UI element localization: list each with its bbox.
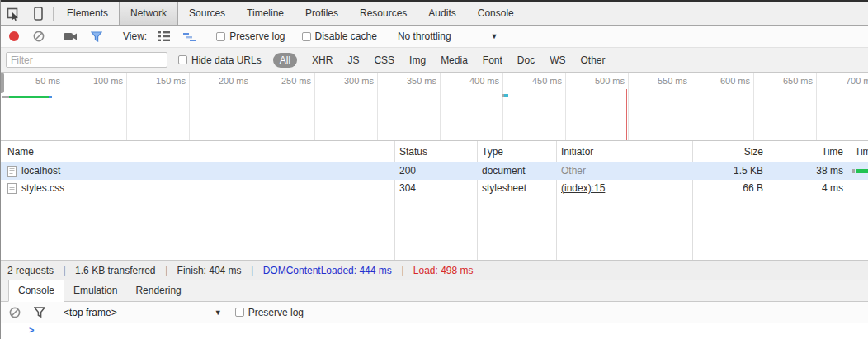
overview-bar-stylescss bbox=[504, 94, 508, 97]
network-overview[interactable]: 50 ms 100 ms 150 ms 200 ms 250 ms 300 ms… bbox=[1, 73, 868, 141]
preserve-log-toggle[interactable]: Preserve log bbox=[216, 31, 285, 42]
request-time: 38 ms bbox=[771, 162, 847, 180]
tab-network[interactable]: Network bbox=[119, 2, 178, 25]
disable-cache-label: Disable cache bbox=[315, 31, 377, 42]
column-header-time[interactable]: Time bbox=[771, 141, 847, 162]
type-filter-css[interactable]: CSS bbox=[374, 54, 394, 66]
ruler-tick-label: 700 ms bbox=[816, 76, 868, 86]
type-filter-doc[interactable]: Doc bbox=[517, 54, 535, 66]
tab-elements[interactable]: Elements bbox=[56, 2, 119, 25]
tab-resources[interactable]: Resources bbox=[349, 2, 417, 25]
drawer-tabbar: Console Emulation Rendering bbox=[1, 280, 868, 302]
request-name[interactable]: styles.css bbox=[21, 180, 64, 197]
overview-bar-localhost bbox=[9, 96, 49, 98]
toolbar-divider bbox=[53, 7, 54, 21]
document-icon bbox=[7, 166, 17, 177]
initiator-link[interactable]: (index):15 bbox=[561, 182, 605, 194]
type-filter-xhr[interactable]: XHR bbox=[312, 54, 333, 66]
tab-sources[interactable]: Sources bbox=[178, 2, 236, 25]
console-preserve-log-label: Preserve log bbox=[248, 307, 304, 318]
drawer-tab-console[interactable]: Console bbox=[8, 280, 64, 302]
column-header-name[interactable]: Name bbox=[7, 141, 387, 162]
request-timeline-cell bbox=[851, 162, 868, 180]
summary-separator: ❘ bbox=[399, 265, 407, 276]
hide-data-urls-checkbox[interactable] bbox=[178, 55, 187, 64]
column-header-status[interactable]: Status bbox=[399, 141, 474, 162]
console-preserve-log-toggle[interactable]: Preserve log bbox=[235, 307, 304, 318]
table-row-localhost[interactable]: localhost 200 document Other 1.5 KB 38 m… bbox=[1, 162, 868, 180]
clear-console-icon[interactable] bbox=[9, 307, 21, 318]
column-header-initiator[interactable]: Initiator bbox=[561, 141, 689, 162]
view-list-icon[interactable] bbox=[158, 31, 170, 41]
request-type: document bbox=[482, 162, 553, 180]
preserve-log-label: Preserve log bbox=[229, 31, 285, 42]
type-filter-font[interactable]: Font bbox=[483, 54, 502, 66]
screenshot-camera-icon[interactable] bbox=[64, 32, 78, 41]
tab-timeline[interactable]: Timeline bbox=[236, 2, 295, 25]
device-mode-icon[interactable] bbox=[26, 2, 50, 25]
network-summary-bar: 2 requests ❘ 1.6 KB transferred ❘ Finish… bbox=[1, 260, 868, 280]
type-filter-media[interactable]: Media bbox=[441, 54, 468, 66]
tab-profiles[interactable]: Profiles bbox=[295, 2, 349, 25]
tab-console[interactable]: Console bbox=[467, 2, 525, 25]
summary-separator: ❘ bbox=[60, 265, 68, 276]
request-type: stylesheet bbox=[482, 180, 553, 197]
ruler-tick-label: 200 ms bbox=[189, 76, 248, 86]
filter-funnel-icon[interactable] bbox=[91, 31, 102, 42]
type-filter-js[interactable]: JS bbox=[347, 54, 359, 66]
record-icon[interactable] bbox=[9, 31, 19, 41]
preserve-log-checkbox[interactable] bbox=[216, 32, 225, 41]
view-timeline-icon[interactable] bbox=[183, 32, 196, 41]
summary-dom-content-loaded: DOMContentLoaded: 444 ms bbox=[263, 265, 392, 276]
requests-table: Name Status Type Initiator Size Time Tim… bbox=[1, 141, 868, 260]
table-row-stylescss[interactable]: styles.css 304 stylesheet (index):15 66 … bbox=[1, 180, 868, 197]
filter-input[interactable] bbox=[6, 52, 167, 68]
ruler-tick-label: 550 ms bbox=[628, 76, 687, 86]
hide-data-urls-label: Hide data URLs bbox=[191, 54, 262, 66]
throttling-select[interactable]: No throttling ▼ bbox=[398, 31, 498, 42]
console-input-area[interactable]: > bbox=[1, 323, 868, 339]
request-size: 1.5 KB bbox=[692, 162, 767, 180]
disable-cache-toggle[interactable]: Disable cache bbox=[302, 31, 377, 42]
inspect-element-icon[interactable] bbox=[1, 2, 26, 25]
ruler-tick-label: 150 ms bbox=[126, 76, 186, 86]
chevron-down-icon: ▼ bbox=[491, 32, 498, 40]
hide-data-urls-toggle[interactable]: Hide data URLs bbox=[178, 54, 262, 66]
column-header-type[interactable]: Type bbox=[482, 141, 553, 162]
view-label: View: bbox=[123, 31, 147, 42]
ruler-tick-label: 500 ms bbox=[565, 76, 625, 86]
document-icon bbox=[7, 183, 17, 194]
chevron-down-icon: ▼ bbox=[215, 308, 222, 317]
request-name[interactable]: localhost bbox=[21, 162, 60, 180]
ruler-tick-label: 100 ms bbox=[64, 76, 123, 86]
load-event-line bbox=[626, 89, 627, 140]
summary-separator: ❘ bbox=[248, 265, 257, 276]
devtools-window: Elements Network Sources Timeline Profil… bbox=[0, 0, 868, 339]
ruler-tick-label: 450 ms bbox=[502, 76, 562, 86]
request-status: 200 bbox=[399, 162, 474, 180]
request-time: 4 ms bbox=[771, 180, 847, 197]
column-header-timeline[interactable]: Timeline bbox=[851, 141, 868, 162]
tab-audits[interactable]: Audits bbox=[417, 2, 466, 25]
type-filter-img[interactable]: Img bbox=[409, 54, 426, 66]
execution-context-select[interactable]: <top frame> ▼ bbox=[64, 307, 222, 318]
ruler-tick-label: 300 ms bbox=[314, 76, 374, 86]
execution-context-value: <top frame> bbox=[64, 307, 117, 318]
ruler-tick-label: 50 ms bbox=[1, 76, 60, 86]
type-filter-all[interactable]: All bbox=[273, 53, 297, 68]
panel-tabbar: Elements Network Sources Timeline Profil… bbox=[1, 2, 868, 26]
disable-cache-checkbox[interactable] bbox=[302, 32, 311, 41]
ruler-tick-label: 600 ms bbox=[691, 76, 750, 86]
type-filter-other[interactable]: Other bbox=[581, 54, 606, 66]
drawer-tab-rendering[interactable]: Rendering bbox=[126, 280, 190, 301]
drawer-tab-emulation[interactable]: Emulation bbox=[64, 280, 126, 301]
console-filter-funnel-icon[interactable] bbox=[34, 307, 45, 318]
clear-icon[interactable] bbox=[33, 31, 45, 42]
request-status: 304 bbox=[399, 180, 474, 197]
summary-transferred: 1.6 KB transferred bbox=[75, 265, 155, 276]
console-preserve-log-checkbox[interactable] bbox=[235, 308, 244, 317]
column-header-size[interactable]: Size bbox=[692, 141, 767, 162]
overview-drag-handle[interactable] bbox=[1, 73, 4, 93]
type-filter-ws[interactable]: WS bbox=[550, 54, 565, 66]
dom-content-loaded-line bbox=[559, 89, 559, 140]
